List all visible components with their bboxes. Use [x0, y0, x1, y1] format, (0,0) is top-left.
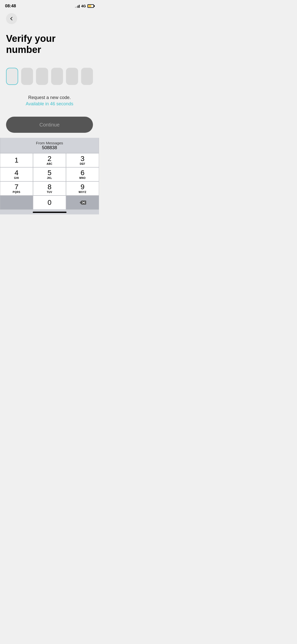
network-type: 4G [81, 4, 86, 8]
battery-icon [87, 4, 94, 8]
key-9[interactable]: 9 WXYZ [66, 181, 99, 196]
otp-box-2[interactable] [21, 68, 33, 85]
key-delete[interactable] [66, 196, 99, 210]
otp-box-6[interactable] [81, 68, 93, 85]
key-2[interactable]: 2 ABC [33, 153, 66, 167]
key-0[interactable]: 0 [33, 196, 66, 210]
autofill-bar[interactable]: From Messages 508838 [0, 138, 99, 153]
key-1[interactable]: 1 [0, 153, 33, 167]
key-8[interactable]: 8 TUV [33, 181, 66, 196]
back-arrow-icon [10, 17, 14, 20]
key-3[interactable]: 3 DEF [66, 153, 99, 167]
key-empty [0, 196, 33, 210]
key-5[interactable]: 5 JKL [33, 167, 66, 181]
resend-timer[interactable]: Available in 46 seconds [6, 101, 93, 107]
back-button[interactable] [6, 13, 17, 24]
status-bar: 08:48 4G [0, 0, 99, 11]
continue-button[interactable]: Continue [6, 117, 93, 133]
autofill-text: From Messages 508838 [36, 141, 63, 150]
autofill-code: 508838 [42, 145, 57, 150]
delete-icon [79, 200, 86, 205]
home-indicator [0, 210, 99, 214]
page-title: Verify your number [6, 33, 93, 55]
otp-box-4[interactable] [51, 68, 63, 85]
resend-label: Request a new code. [6, 95, 93, 100]
signal-icon [75, 4, 80, 8]
home-bar [33, 212, 67, 213]
main-content: Verify your number Request a new code. A… [0, 13, 99, 133]
keyboard-area: From Messages 508838 1 2 ABC 3 DEF 4 GHI… [0, 138, 99, 214]
otp-box-5[interactable] [66, 68, 78, 85]
key-7[interactable]: 7 PQRS [0, 181, 33, 196]
status-icons: 4G [75, 4, 94, 8]
status-time: 08:48 [5, 4, 16, 9]
continue-button-label: Continue [39, 122, 59, 128]
keyboard-grid: 1 2 ABC 3 DEF 4 GHI 5 JKL 6 MNO 7 PQRS 8 [0, 153, 99, 210]
resend-section: Request a new code. Available in 46 seco… [6, 95, 93, 107]
key-6[interactable]: 6 MNO [66, 167, 99, 181]
otp-box-1[interactable] [6, 68, 18, 85]
otp-input-row [6, 68, 93, 85]
key-4[interactable]: 4 GHI [0, 167, 33, 181]
otp-box-3[interactable] [36, 68, 48, 85]
autofill-source: From Messages [36, 141, 63, 145]
